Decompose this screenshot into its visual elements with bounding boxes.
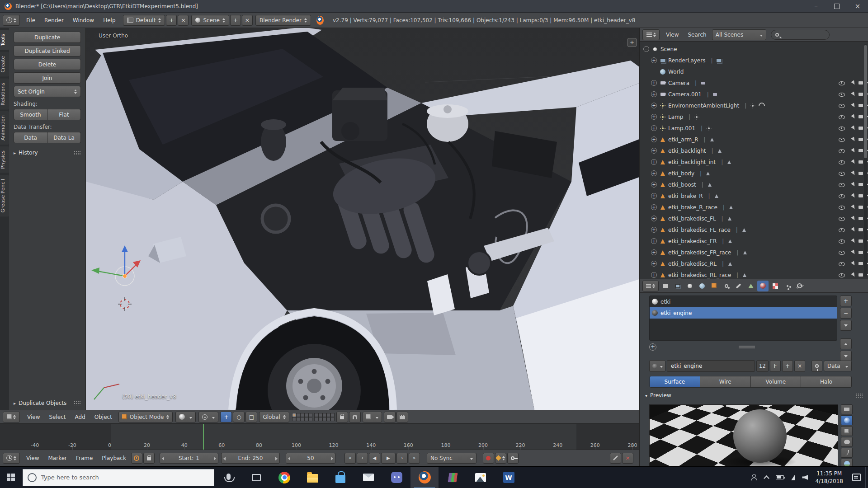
restrict-select-icon[interactable] <box>849 194 859 198</box>
use-preview-range-button[interactable] <box>131 453 142 464</box>
layer-cell[interactable] <box>304 417 308 421</box>
expand-icon[interactable]: + <box>651 193 657 199</box>
expand-icon[interactable]: + <box>651 204 657 210</box>
lock-to-scene-button[interactable] <box>336 412 348 422</box>
layer-cell[interactable] <box>330 413 335 417</box>
toolshelf-tab-create[interactable]: Create <box>0 52 9 77</box>
layer-cell[interactable] <box>308 417 312 421</box>
properties-tab-object[interactable] <box>708 281 720 291</box>
layer-cell[interactable] <box>318 417 322 421</box>
layer-cell[interactable] <box>322 417 326 421</box>
menu-window[interactable]: Window <box>68 17 99 23</box>
show-desktop-button[interactable] <box>865 467 868 488</box>
expand-icon[interactable]: + <box>651 216 657 221</box>
toolshelf-tab-grease-pencil[interactable]: Grease Pencil <box>0 175 9 216</box>
outliner-row[interactable]: +RenderLayers| <box>640 55 868 66</box>
3d-viewport[interactable]: User Ortho (50) etki_header_v8 <box>86 28 639 410</box>
properties-tab-world[interactable] <box>696 281 708 291</box>
properties-tab-scene[interactable] <box>684 281 695 291</box>
layer-cell[interactable] <box>296 417 300 421</box>
layers-widget[interactable] <box>291 413 335 421</box>
editor-type-selector[interactable] <box>3 412 20 422</box>
restrict-view-icon[interactable] <box>839 160 849 164</box>
tools-button[interactable] <box>610 453 621 464</box>
opengl-render-button[interactable] <box>384 412 396 422</box>
editor-type-selector[interactable] <box>3 453 20 464</box>
taskbar-app-cortana-mic[interactable] <box>214 467 242 488</box>
restrict-view-icon[interactable] <box>839 250 849 255</box>
properties-tab-object-data[interactable] <box>745 281 756 291</box>
expand-icon[interactable]: + <box>651 261 657 267</box>
outliner-row[interactable]: +Lamp| <box>640 111 868 122</box>
expand-icon[interactable]: + <box>651 238 657 244</box>
expand-icon[interactable]: + <box>651 159 657 165</box>
preview-type-cube-button[interactable] <box>841 426 853 436</box>
properties-tab-physics[interactable] <box>794 281 805 291</box>
manipulator-scale-button[interactable]: □ <box>245 412 257 422</box>
material-link-selector[interactable]: Data <box>824 361 852 371</box>
restrict-view-icon[interactable] <box>839 205 849 210</box>
restrict-view-icon[interactable] <box>839 149 849 153</box>
restrict-view-icon[interactable] <box>839 126 849 131</box>
jump-to-start-button[interactable]: « <box>344 453 356 464</box>
snap-element-selector[interactable] <box>363 412 382 422</box>
remove-button[interactable] <box>622 453 633 464</box>
volume-icon[interactable] <box>802 475 808 480</box>
preview-type-sphere-button[interactable] <box>841 415 853 425</box>
layer-cell[interactable] <box>296 413 300 417</box>
layer-cell[interactable] <box>300 417 304 421</box>
open-properties-region-button[interactable] <box>627 38 637 47</box>
shading-flat-button[interactable]: Flat <box>47 109 81 120</box>
outliner-row[interactable]: World <box>640 66 868 77</box>
outliner-row[interactable]: +etki_brakedisc_FL| <box>640 213 868 224</box>
outliner-display-filter[interactable]: All Scenes <box>712 29 766 40</box>
restrict-view-icon[interactable] <box>839 171 849 176</box>
manipulator-translate-button[interactable]: + <box>220 412 232 422</box>
unlink-material-button[interactable]: × <box>794 360 805 372</box>
preview-type-hair-button[interactable] <box>841 448 853 458</box>
material-type-tab-halo[interactable]: Halo <box>801 376 852 388</box>
properties-tab-material[interactable] <box>757 281 769 291</box>
restrict-view-icon[interactable] <box>839 216 849 221</box>
restrict-view-icon[interactable] <box>839 273 849 277</box>
restrict-view-icon[interactable] <box>839 81 849 85</box>
restrict-select-icon[interactable] <box>849 149 859 153</box>
new-material-button[interactable]: + <box>782 360 793 372</box>
material-type-tab-volume[interactable]: Volume <box>751 376 802 388</box>
restrict-view-icon[interactable] <box>839 92 849 97</box>
material-specials-menu[interactable] <box>840 320 852 331</box>
outliner-row[interactable]: +Camera.001| <box>640 89 868 100</box>
properties-tab-render[interactable] <box>660 281 671 291</box>
assign-material-icon[interactable] <box>649 343 656 351</box>
outliner-row[interactable]: +etki_brakedisc_FR_race| <box>640 247 868 258</box>
opengl-render-anim-button[interactable] <box>396 412 408 422</box>
properties-tab-particles[interactable] <box>782 281 793 291</box>
maximize-button[interactable] <box>826 0 847 12</box>
outliner-row[interactable]: +etki_brakedisc_RL| <box>640 258 868 269</box>
taskbar-app-chat[interactable] <box>382 467 410 488</box>
expand-icon[interactable]: + <box>651 148 657 154</box>
timeline-menu-marker[interactable]: Marker <box>43 455 71 461</box>
restrict-select-icon[interactable] <box>849 103 859 108</box>
taskbar-app-photos[interactable] <box>467 467 495 488</box>
expand-icon[interactable]: + <box>651 170 657 176</box>
outliner-row[interactable]: +etki_brakedisc_FR| <box>640 235 868 247</box>
taskbar-app-chrome[interactable] <box>270 467 298 488</box>
taskbar-app-store[interactable] <box>326 467 354 488</box>
toolshelf-button-delete[interactable]: Delete <box>14 59 81 70</box>
timeline-menu-view[interactable]: View <box>22 455 43 461</box>
restrict-select-icon[interactable] <box>849 160 859 164</box>
outliner-scrollbar[interactable] <box>864 44 867 277</box>
taskbar-app-file-explorer[interactable] <box>298 467 326 488</box>
browse-material-button[interactable] <box>649 360 665 372</box>
viewport-menu-object[interactable]: Object <box>90 414 117 420</box>
restrict-select-icon[interactable] <box>849 262 859 266</box>
data-transfer-data-la-button[interactable]: Data La <box>47 132 81 143</box>
properties-tab-render-layers[interactable] <box>672 281 683 291</box>
toolshelf-button-duplicate[interactable]: Duplicate <box>14 32 81 43</box>
preview-panel-header[interactable]: ▾ Preview <box>645 392 863 399</box>
add-material-slot-button[interactable]: + <box>840 296 852 306</box>
move-slot-up-button[interactable] <box>840 338 852 349</box>
restrict-select-icon[interactable] <box>849 183 859 187</box>
expand-icon[interactable]: + <box>651 103 657 108</box>
